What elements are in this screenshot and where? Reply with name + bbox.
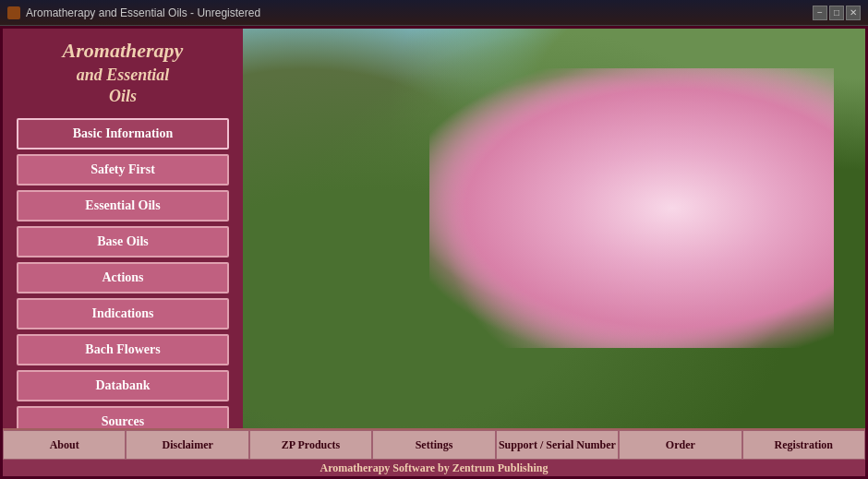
maximize-button[interactable]: □: [829, 6, 844, 20]
nav-button-bach-flowers[interactable]: Bach Flowers: [17, 334, 229, 365]
app-title-line2: and Essential: [17, 65, 229, 86]
nav-button-safety-first[interactable]: Safety First: [17, 154, 229, 186]
app-title: Aromatherapy and Essential Oils: [17, 38, 229, 107]
zp-products-button[interactable]: ZP Products: [249, 430, 372, 460]
app-icon: [7, 6, 20, 19]
titlebar-left: Aromatherapy and Essential Oils - Unregi…: [7, 6, 260, 19]
status-bar: Aromatherapy Software by Zentrum Publish…: [3, 460, 865, 476]
nav-button-sources[interactable]: Sources: [17, 406, 229, 428]
support-serial-button[interactable]: Support / Serial Number: [496, 430, 619, 460]
bottom-nav: About Disclaimer ZP Products Settings Su…: [3, 430, 865, 460]
main-content: [243, 29, 865, 428]
window-controls: − □ ✕: [813, 6, 861, 20]
order-button[interactable]: Order: [619, 430, 741, 460]
disclaimer-button[interactable]: Disclaimer: [126, 430, 248, 460]
sidebar: Aromatherapy and Essential Oils Basic In…: [3, 29, 243, 428]
status-text: Aromatherapy Software by Zentrum Publish…: [320, 461, 549, 475]
nav-button-indications[interactable]: Indications: [17, 298, 229, 329]
nav-button-basic-information[interactable]: Basic Information: [17, 118, 229, 150]
nav-button-actions[interactable]: Actions: [17, 262, 229, 293]
settings-button[interactable]: Settings: [372, 430, 495, 460]
nav-button-base-oils[interactable]: Base Oils: [17, 226, 229, 257]
window-title: Aromatherapy and Essential Oils - Unregi…: [26, 6, 260, 19]
titlebar: Aromatherapy and Essential Oils - Unregi…: [0, 0, 868, 26]
flower-image: [243, 29, 865, 428]
bottom-bar: About Disclaimer ZP Products Settings Su…: [3, 428, 865, 476]
app-title-line1: Aromatherapy: [17, 38, 229, 65]
app-title-line3: Oils: [17, 86, 229, 107]
registration-button[interactable]: Registration: [742, 430, 865, 460]
about-button[interactable]: About: [3, 430, 126, 460]
minimize-button[interactable]: −: [813, 6, 827, 20]
close-button[interactable]: ✕: [846, 6, 861, 20]
nav-button-databank[interactable]: Databank: [17, 370, 229, 401]
content-area: Aromatherapy and Essential Oils Basic In…: [3, 29, 865, 428]
nav-button-essential-oils[interactable]: Essential Oils: [17, 190, 229, 222]
main-window: Aromatherapy and Essential Oils Basic In…: [0, 26, 868, 479]
